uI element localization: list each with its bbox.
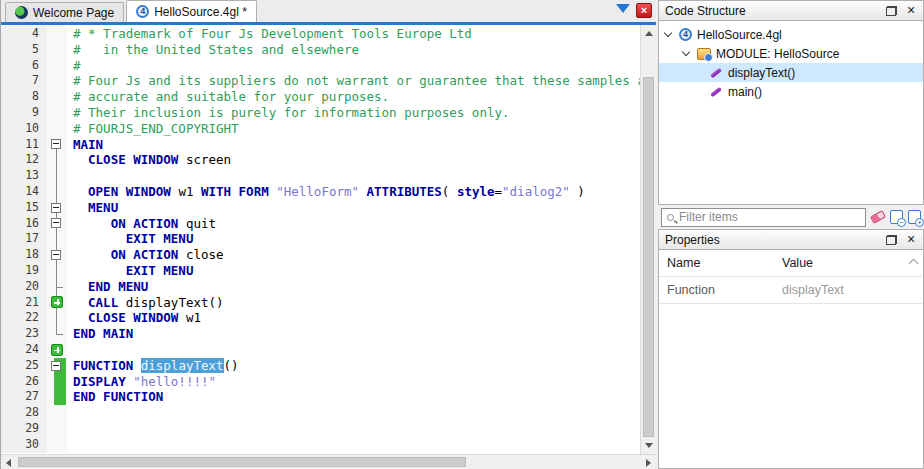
code-lines[interactable]: 4# * Trademark of Four Js Development To… <box>1 26 640 454</box>
close-panel-icon[interactable] <box>905 233 917 247</box>
fold-margin[interactable] <box>47 358 67 374</box>
code-line[interactable]: 19 EXIT MENU <box>1 263 640 279</box>
code-line-text[interactable] <box>67 168 640 184</box>
fold-margin[interactable] <box>47 200 67 216</box>
tab-welcome-page[interactable]: Welcome Page <box>5 2 124 22</box>
fold-collapse-icon[interactable] <box>51 250 61 260</box>
code-line-text[interactable]: # Their inclusion is purely for informat… <box>67 105 640 121</box>
vertical-scroll-thumb[interactable] <box>643 77 654 437</box>
code-line-text[interactable]: FUNCTION displayText() <box>67 358 640 374</box>
code-line[interactable]: 28 <box>1 405 640 421</box>
fold-margin[interactable] <box>47 216 67 232</box>
properties-table: Name Value FunctiondisplayText <box>658 250 924 469</box>
code-line[interactable]: 30 <box>1 437 640 453</box>
code-line[interactable]: 7# Four Js and its suppliers do not warr… <box>1 73 640 89</box>
filter-toolbar: Filter items <box>658 205 924 229</box>
code-line-text[interactable]: DISPLAY "hello!!!!" <box>67 374 640 390</box>
code-line-text[interactable]: # FOURJS_END_COPYRIGHT <box>67 121 640 137</box>
fold-margin[interactable] <box>47 137 67 153</box>
code-line-text[interactable]: MAIN <box>67 137 640 153</box>
scroll-right-icon[interactable] <box>646 459 651 467</box>
fold-margin <box>47 405 67 421</box>
code-line-text[interactable]: MENU <box>67 200 640 216</box>
code-line[interactable]: 9# Their inclusion is purely for informa… <box>1 105 640 121</box>
code-line-text[interactable] <box>67 405 640 421</box>
clear-filter-icon[interactable] <box>870 210 886 224</box>
code-line-text[interactable]: # <box>67 58 640 74</box>
code-line[interactable]: 8# accurate and suitable for your purpos… <box>1 89 640 105</box>
code-line-text[interactable]: END FUNCTION <box>67 389 640 405</box>
code-line-text[interactable]: ON ACTION close <box>67 247 640 263</box>
scroll-left-icon[interactable] <box>6 459 11 467</box>
code-line-text[interactable]: END MENU <box>67 279 640 295</box>
code-line[interactable]: 11MAIN <box>1 137 640 153</box>
chevron-down-icon[interactable] <box>682 48 690 56</box>
filter-input[interactable]: Filter items <box>661 208 866 227</box>
tree-item-module-hellosource[interactable]: MODULE: HelloSource <box>659 44 923 63</box>
collapse-all-icon[interactable] <box>890 210 903 224</box>
code-line[interactable]: 6# <box>1 58 640 74</box>
code-line[interactable]: 17 EXIT MENU <box>1 231 640 247</box>
code-line[interactable]: 4# * Trademark of Four Js Development To… <box>1 26 640 42</box>
code-line-text[interactable]: CALL displayText() <box>67 295 640 311</box>
code-editor[interactable]: 4# * Trademark of Four Js Development To… <box>1 25 656 454</box>
tree-item-hellosource-4gl[interactable]: HelloSource.4gl <box>659 25 923 44</box>
code-line[interactable]: 29 <box>1 421 640 437</box>
tree-item-displaytext[interactable]: displayText() <box>659 63 923 82</box>
code-line[interactable]: 27END FUNCTION <box>1 389 640 405</box>
horizontal-scrollbar[interactable] <box>1 454 656 469</box>
code-line[interactable]: 15 MENU <box>1 200 640 216</box>
code-line[interactable]: 5# in the United States and elsewhere <box>1 42 640 58</box>
code-line-text[interactable] <box>67 437 640 453</box>
code-line[interactable]: 20 END MENU <box>1 279 640 295</box>
column-header-name[interactable]: Name <box>659 256 782 270</box>
property-row[interactable]: FunctiondisplayText <box>659 277 923 304</box>
close-tab-button[interactable] <box>636 3 652 18</box>
code-line[interactable]: 24 <box>1 342 640 358</box>
code-line-text[interactable] <box>67 342 640 358</box>
expand-all-icon[interactable] <box>908 210 921 224</box>
code-line-text[interactable]: # accurate and suitable for your purpose… <box>67 89 640 105</box>
code-line-text[interactable]: # in the United States and elsewhere <box>67 42 640 58</box>
code-structure-tree[interactable]: HelloSource.4glMODULE: HelloSourcedispla… <box>658 21 924 205</box>
code-line-text[interactable]: CLOSE WINDOW w1 <box>67 310 640 326</box>
code-line-text[interactable]: OPEN WINDOW w1 WITH FORM "HelloForm" ATT… <box>67 184 640 200</box>
tree-item-main[interactable]: main() <box>659 82 923 101</box>
scroll-down-icon[interactable] <box>645 443 653 448</box>
float-panel-icon[interactable] <box>886 6 897 16</box>
code-line-text[interactable]: ON ACTION quit <box>67 216 640 232</box>
code-line-text[interactable]: EXIT MENU <box>67 263 640 279</box>
tab-list-dropdown-icon[interactable] <box>616 4 630 13</box>
fold-collapse-icon[interactable] <box>51 361 61 371</box>
code-line[interactable]: 16 ON ACTION quit <box>1 216 640 232</box>
fold-margin[interactable] <box>47 247 67 263</box>
code-line[interactable]: 25FUNCTION displayText() <box>1 358 640 374</box>
code-line-text[interactable]: CLOSE WINDOW screen <box>67 152 640 168</box>
code-line[interactable]: 10# FOURJS_END_COPYRIGHT <box>1 121 640 137</box>
code-line-text[interactable]: EXIT MENU <box>67 231 640 247</box>
float-panel-icon[interactable] <box>886 235 897 245</box>
chevron-down-icon[interactable] <box>664 29 672 37</box>
code-line[interactable]: 18 ON ACTION close <box>1 247 640 263</box>
code-line[interactable]: 21 CALL displayText() <box>1 295 640 311</box>
code-line-text[interactable]: # Four Js and its suppliers do not warra… <box>67 73 640 89</box>
fold-collapse-icon[interactable] <box>51 203 61 213</box>
vertical-scrollbar[interactable] <box>640 25 656 454</box>
code-line[interactable]: 23END MAIN <box>1 326 640 342</box>
code-line[interactable]: 14 OPEN WINDOW w1 WITH FORM "HelloForm" … <box>1 184 640 200</box>
close-panel-icon[interactable] <box>905 4 917 18</box>
property-value[interactable]: displayText <box>782 283 923 297</box>
fold-collapse-icon[interactable] <box>51 218 61 228</box>
code-line-text[interactable]: # * Trademark of Four Js Development Too… <box>67 26 640 42</box>
code-line[interactable]: 22 CLOSE WINDOW w1 <box>1 310 640 326</box>
horizontal-scroll-thumb[interactable] <box>18 457 466 467</box>
code-line[interactable]: 12 CLOSE WINDOW screen <box>1 152 640 168</box>
scroll-up-icon[interactable] <box>645 31 653 36</box>
code-line-text[interactable] <box>67 421 640 437</box>
code-line-text[interactable]: END MAIN <box>67 326 640 342</box>
column-header-value[interactable]: Value <box>782 256 923 270</box>
tab-hellosource-4gl[interactable]: HelloSource.4gl * <box>126 0 257 22</box>
code-line[interactable]: 13 <box>1 168 640 184</box>
fold-collapse-icon[interactable] <box>51 139 61 149</box>
code-line[interactable]: 26DISPLAY "hello!!!!" <box>1 374 640 390</box>
